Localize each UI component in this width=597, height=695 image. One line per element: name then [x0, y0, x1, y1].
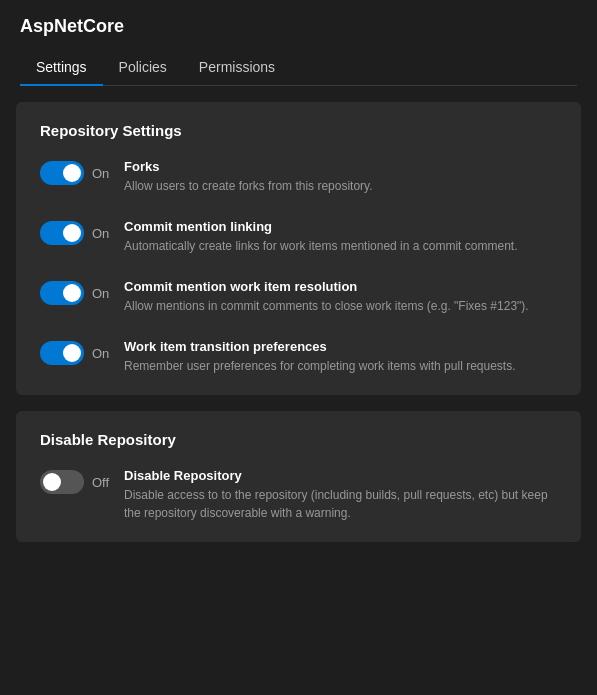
work-item-transition-desc: Remember user preferences for completing… [124, 357, 557, 375]
list-item: On Commit mention work item resolution A… [40, 279, 557, 315]
forks-toggle-thumb [63, 164, 81, 182]
tabs-nav: Settings Policies Permissions [20, 49, 577, 86]
commit-mention-resolution-name: Commit mention work item resolution [124, 279, 557, 294]
disable-repo-toggle-label: Off [92, 475, 112, 490]
forks-info: Forks Allow users to create forks from t… [124, 159, 557, 195]
disable-repository-section: Disable Repository Off Disable Repositor… [16, 411, 581, 542]
app-header: AspNetCore Settings Policies Permissions [0, 0, 597, 86]
forks-toggle-group: On [40, 159, 112, 185]
disable-repo-toggle-group: Off [40, 468, 112, 494]
disable-repo-info: Disable Repository Disable access to to … [124, 468, 557, 522]
disable-repo-name: Disable Repository [124, 468, 557, 483]
forks-toggle[interactable] [40, 161, 84, 185]
disable-repository-title: Disable Repository [40, 431, 557, 448]
work-item-transition-toggle-group: On [40, 339, 112, 365]
list-item: On Commit mention linking Automatically … [40, 219, 557, 255]
commit-mention-resolution-toggle[interactable] [40, 281, 84, 305]
list-item: On Work item transition preferences Reme… [40, 339, 557, 375]
work-item-transition-toggle-label: On [92, 346, 112, 361]
commit-mention-linking-toggle-thumb [63, 224, 81, 242]
repository-settings-title: Repository Settings [40, 122, 557, 139]
work-item-transition-name: Work item transition preferences [124, 339, 557, 354]
commit-mention-resolution-desc: Allow mentions in commit comments to clo… [124, 297, 557, 315]
repository-settings-section: Repository Settings On Forks Allow users… [16, 102, 581, 395]
commit-mention-linking-toggle[interactable] [40, 221, 84, 245]
forks-toggle-label: On [92, 166, 112, 181]
commit-mention-resolution-toggle-group: On [40, 279, 112, 305]
disable-repo-desc: Disable access to to the repository (inc… [124, 486, 557, 522]
commit-mention-linking-info: Commit mention linking Automatically cre… [124, 219, 557, 255]
commit-mention-resolution-toggle-thumb [63, 284, 81, 302]
forks-name: Forks [124, 159, 557, 174]
tab-permissions[interactable]: Permissions [183, 49, 291, 85]
main-content: Repository Settings On Forks Allow users… [0, 86, 597, 558]
work-item-transition-toggle-thumb [63, 344, 81, 362]
commit-mention-linking-name: Commit mention linking [124, 219, 557, 234]
commit-mention-resolution-toggle-label: On [92, 286, 112, 301]
disable-repo-toggle-thumb [43, 473, 61, 491]
work-item-transition-info: Work item transition preferences Remembe… [124, 339, 557, 375]
commit-mention-linking-desc: Automatically create links for work item… [124, 237, 557, 255]
commit-mention-linking-toggle-group: On [40, 219, 112, 245]
work-item-transition-toggle[interactable] [40, 341, 84, 365]
commit-mention-linking-toggle-label: On [92, 226, 112, 241]
forks-desc: Allow users to create forks from this re… [124, 177, 557, 195]
app-title: AspNetCore [20, 16, 577, 37]
list-item: Off Disable Repository Disable access to… [40, 468, 557, 522]
disable-repo-toggle[interactable] [40, 470, 84, 494]
list-item: On Forks Allow users to create forks fro… [40, 159, 557, 195]
commit-mention-resolution-info: Commit mention work item resolution Allo… [124, 279, 557, 315]
tab-settings[interactable]: Settings [20, 49, 103, 85]
tab-policies[interactable]: Policies [103, 49, 183, 85]
